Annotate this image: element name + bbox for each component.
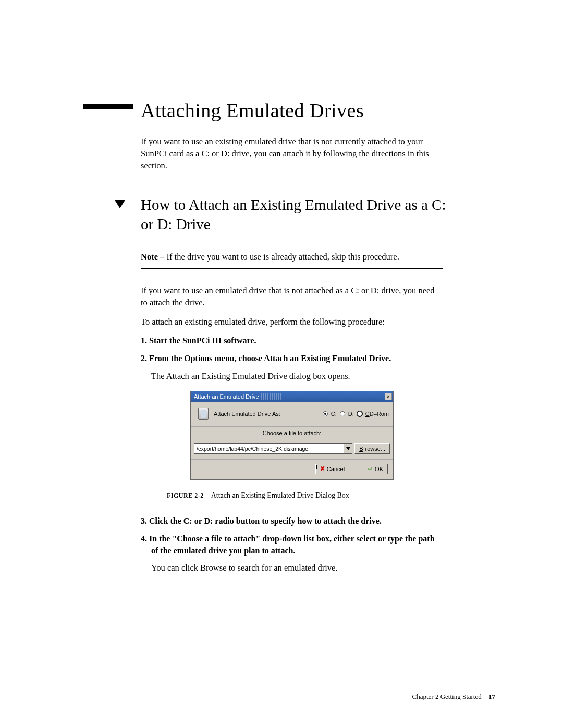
note-block: Note – If the drive you want to use is a… <box>141 246 443 269</box>
browse-button[interactable]: Browse... <box>354 443 390 454</box>
section-marker-icon <box>83 195 141 211</box>
dialog-titlebar: Attach an Emulated Drive × <box>191 391 393 402</box>
section-rule <box>83 104 133 109</box>
step-4: 4. In the "Choose a file to attach" drop… <box>141 533 443 557</box>
ok-button[interactable]: ↵ OK <box>363 464 388 474</box>
file-path-value: /export/home/lab44/pc/Chinese_2K.diskima… <box>197 446 308 452</box>
body-paragraph: To attach an existing emulated drive, pe… <box>141 316 443 328</box>
ok-icon: ↵ <box>368 465 373 473</box>
figure-text: Attach an Existing Emulated Drive Dialog… <box>211 491 349 499</box>
file-path-combo[interactable]: /export/home/lab44/pc/Chinese_2K.diskima… <box>194 443 352 454</box>
note-text: If the drive you want to use is already … <box>164 252 399 262</box>
note-label: Note – <box>141 252 164 262</box>
page-title: Attaching Emulated Drives <box>141 99 500 122</box>
step-3: 3. Click the C: or D: radio button to sp… <box>141 515 443 527</box>
page-footer: Chapter 2 Getting Started 17 <box>412 693 495 701</box>
figure-label: FIGURE 2-2 <box>167 492 204 499</box>
attach-as-label: Attach Emulated Drive As: <box>214 411 280 417</box>
footer-page-number: 17 <box>488 693 495 700</box>
step-2: 2. From the Options menu, choose Attach … <box>141 353 443 364</box>
step-4-subtext: You can click Browse to search for an em… <box>151 563 443 573</box>
x-icon: ✘ <box>320 465 325 472</box>
section-heading: How to Attach an Existing Emulated Drive… <box>141 195 448 233</box>
radio-d[interactable] <box>340 411 345 416</box>
dialog-title: Attach an Emulated Drive <box>194 393 259 400</box>
intro-paragraph: If you want to use an existing emulated … <box>141 135 443 171</box>
body-paragraph: If you want to use an emulated drive tha… <box>141 285 443 309</box>
drive-icon <box>198 408 209 420</box>
step-2-subtext: The Attach an Existing Emulated Drive di… <box>151 371 443 381</box>
step-1: 1. Start the SunPCi III software. <box>141 335 443 347</box>
footer-chapter: Chapter 2 Getting Started <box>412 693 482 700</box>
close-icon[interactable]: × <box>385 393 392 400</box>
figure-caption: FIGURE 2-2Attach an Existing Emulated Dr… <box>167 491 500 500</box>
radio-c[interactable] <box>323 411 328 416</box>
radio-cdrom[interactable] <box>357 411 362 416</box>
choose-file-label: Choose a file to attach: <box>191 426 393 441</box>
radio-c-label: C: <box>331 411 337 417</box>
radio-cdrom-label: CD–Rom <box>365 411 389 417</box>
dialog-attach-emulated-drive: Attach an Emulated Drive × Attach Emulat… <box>190 391 394 480</box>
titlebar-texture <box>261 393 282 400</box>
cancel-button[interactable]: ✘ Cancel <box>315 464 349 474</box>
chevron-down-icon[interactable] <box>344 444 352 453</box>
radio-d-label: D: <box>348 411 354 417</box>
